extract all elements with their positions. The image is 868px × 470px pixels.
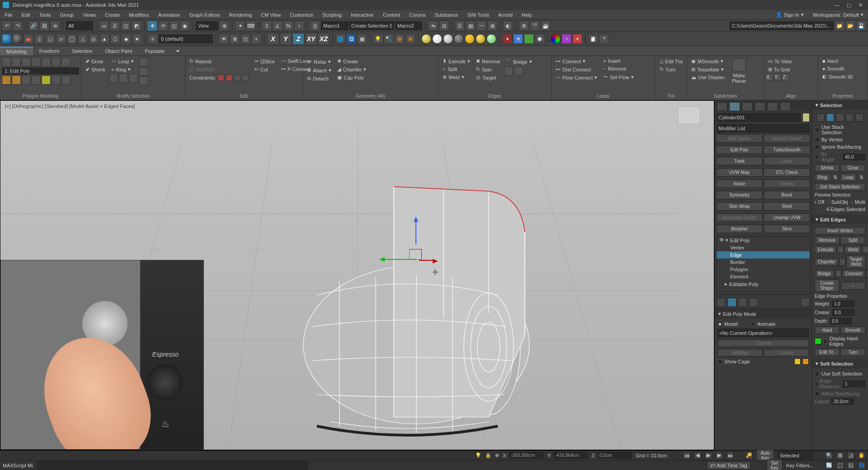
chamfer-settings-icon[interactable]: ▫	[839, 258, 845, 266]
axis-xy-button[interactable]: XY	[305, 33, 317, 45]
reference-image[interactable]: Espresso ♨	[0, 260, 204, 450]
bulb-icon[interactable]: 💡	[373, 34, 383, 44]
chamfer-button[interactable]: ◢ Chamfer ▾	[335, 66, 368, 73]
cap-poly-button[interactable]: ▣ Cap Poly	[335, 74, 368, 81]
set-flow-button[interactable]: 〜 Set Flow ▾	[601, 73, 636, 81]
spotlight-icon[interactable]: 🔦	[384, 34, 394, 44]
smooth-button[interactable]: ● Smooth	[820, 65, 855, 72]
macro2-input[interactable]	[395, 21, 422, 30]
constraint-2-icon[interactable]	[226, 75, 232, 81]
remove-edge-button[interactable]: ✖ Remove	[474, 57, 503, 65]
save-button[interactable]: 💾	[856, 21, 866, 31]
toggle-ribbon-button[interactable]: ▤	[466, 21, 476, 31]
btn-sweep[interactable]: Sweep	[764, 179, 810, 188]
affect-backfacing-check[interactable]	[815, 391, 820, 396]
falloff-spin[interactable]	[831, 398, 854, 405]
pm-4-icon[interactable]	[32, 75, 41, 85]
cylinder-icon[interactable]: ▯	[34, 34, 44, 44]
insert-loop-button[interactable]: + Insert	[601, 57, 636, 65]
edge-2-icon[interactable]	[514, 66, 523, 75]
btn-morpher[interactable]: Morpher	[716, 225, 763, 233]
set-key-button[interactable]: Set Key	[767, 459, 783, 470]
use-soft-sel-check[interactable]	[815, 371, 820, 376]
mat-5-icon[interactable]	[465, 34, 475, 44]
panel-display-tab[interactable]	[767, 102, 778, 111]
preview-off-radio[interactable]	[815, 200, 816, 205]
tab-freeform[interactable]: Freeform	[33, 47, 66, 55]
fx-2-icon[interactable]: ❄	[513, 34, 523, 44]
redo-button[interactable]: ↷	[13, 21, 23, 31]
picture-icon[interactable]: 🖼	[346, 34, 356, 44]
keyboard-shortcut-button[interactable]: ⌨	[246, 21, 256, 31]
select-by-name-button[interactable]: ☰	[110, 21, 120, 31]
goto-end-button[interactable]: ⏭	[726, 452, 734, 459]
preview-subobj-radio[interactable]	[828, 200, 830, 205]
selection-section[interactable]: ▾ Selection	[812, 100, 868, 110]
by-angle-spin[interactable]	[843, 154, 865, 160]
stack-border[interactable]: Border	[717, 258, 810, 266]
make-planar-button[interactable]: Make Planar	[730, 57, 749, 85]
edge-1-icon[interactable]	[504, 66, 513, 75]
select-move-button[interactable]: ✥	[147, 21, 157, 31]
macro1-input[interactable]	[321, 21, 348, 30]
viewport[interactable]: [+] [Orthographic] [Standard] [Model Ass…	[0, 100, 714, 450]
nav-fov-icon[interactable]: ◿	[847, 452, 854, 459]
by-vertex-check[interactable]	[815, 137, 820, 142]
btn-unwrap-uvw[interactable]: Unwrap UVW	[764, 213, 810, 222]
constraint-3-icon[interactable]	[234, 75, 241, 81]
workspace-selector[interactable]: Workspaces: Default ▾	[808, 12, 868, 18]
ring-button[interactable]: ≈ Ring ▾	[109, 66, 138, 73]
menu-group[interactable]: Group	[55, 12, 78, 18]
shrink-sel-button[interactable]: Shrink	[815, 164, 840, 172]
btn-edit-spline[interactable]: Edit Spline	[716, 134, 763, 143]
menu-file[interactable]: File	[0, 12, 17, 18]
sel-edge-icon[interactable]	[826, 113, 835, 122]
model-radio[interactable]	[717, 322, 722, 327]
constraint-4-icon[interactable]	[242, 75, 249, 81]
relax-button[interactable]: 〜 Relax ▾	[305, 57, 334, 66]
use-pivot-button[interactable]: ⊕	[219, 21, 229, 31]
sel-border-icon[interactable]	[836, 113, 844, 122]
detach-button[interactable]: ⊖ Detach	[305, 75, 334, 82]
coord-y[interactable]	[553, 452, 588, 459]
key-filters-button[interactable]: Key Filters...	[786, 463, 814, 468]
minimize-button[interactable]: —	[835, 2, 840, 8]
render-button[interactable]: ☕	[541, 21, 551, 31]
nav-zoom-icon[interactable]: 🔍	[826, 452, 833, 459]
window-crossing-button[interactable]: ◩	[132, 21, 142, 31]
connect-edge-button[interactable]: Connect	[842, 270, 865, 277]
use-stack-sel-check[interactable]	[815, 127, 820, 132]
stack-edge[interactable]: Edge	[717, 251, 810, 258]
select-scale-button[interactable]: ◱	[169, 21, 179, 31]
coord-x[interactable]	[509, 452, 543, 459]
bridge-edge-button[interactable]: Bridge	[815, 270, 834, 277]
nav-pan-icon[interactable]: ✋	[858, 452, 865, 459]
edit-tri-button[interactable]: Edit Tri.	[815, 348, 840, 356]
nav-max-icon[interactable]: ◱	[847, 462, 854, 469]
use-displac-button[interactable]: ⛰ Use Displac.	[689, 74, 728, 81]
stack-remove-icon[interactable]	[749, 298, 758, 307]
btn-normalize-spline[interactable]: Normalize Spline	[716, 213, 763, 222]
tab-populate[interactable]: Populate	[138, 47, 170, 55]
constraint-1-icon[interactable]	[218, 75, 224, 81]
isolate-toggle-icon[interactable]: 💡	[475, 452, 481, 458]
open-button[interactable]: 📂	[845, 21, 855, 31]
maximize-button[interactable]: ▢	[847, 2, 851, 8]
to-grid-button[interactable]: ⊞ To Grid	[766, 66, 794, 73]
preview-multi-radio[interactable]	[852, 200, 853, 205]
mat-7-icon[interactable]	[486, 34, 496, 44]
nav-zoom-ext-icon[interactable]: ⛶	[836, 462, 844, 469]
selection-filter[interactable]	[66, 21, 93, 30]
fx-3-icon[interactable]: 🌿	[524, 34, 534, 44]
btn-slice[interactable]: Slice	[764, 225, 810, 233]
get-stack-sel-button[interactable]: Get Stack Selection	[815, 183, 865, 191]
layer-stack-icon[interactable]: ≣	[230, 34, 240, 44]
repeat-button[interactable]: ↻ Repeat	[187, 57, 251, 65]
weight-spin[interactable]	[832, 301, 854, 307]
weld-button[interactable]: Weld	[844, 246, 861, 254]
stack-pin-icon[interactable]	[717, 298, 726, 307]
bridge-button[interactable]: ⌒ Bridge ▾	[504, 57, 534, 66]
light-2-icon[interactable]: 🔅	[406, 34, 415, 44]
layer-select[interactable]	[159, 34, 213, 43]
menu-scripting[interactable]: Scripting	[318, 12, 346, 18]
